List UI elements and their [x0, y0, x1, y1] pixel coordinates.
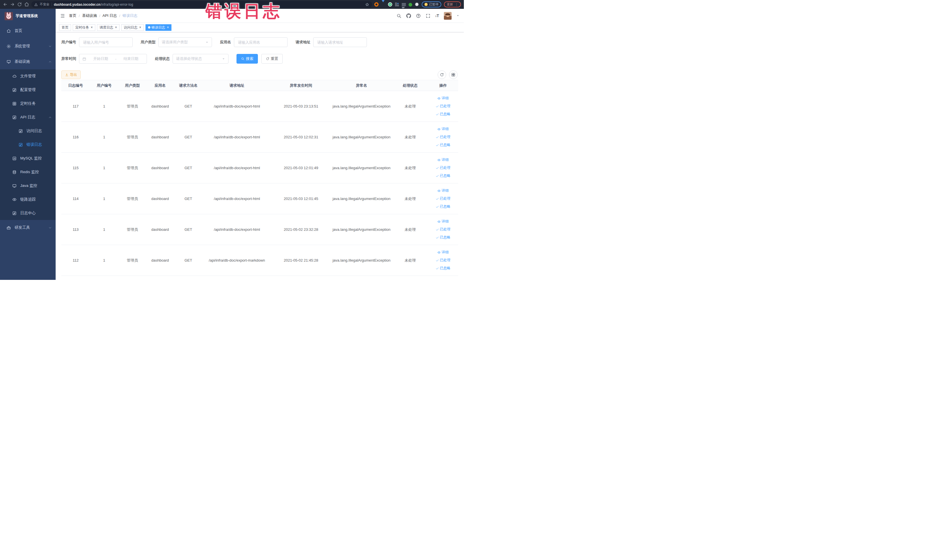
search-button[interactable]: 搜索 [237, 54, 258, 64]
action-已忽略[interactable]: 已忽略 [436, 266, 451, 271]
reset-button[interactable]: 重置 [261, 54, 283, 64]
sidebar-item-基础设施[interactable]: 基础设施 [0, 54, 56, 69]
app-name-input[interactable] [234, 37, 288, 47]
process-status-select[interactable]: 请选择处理状态 [172, 54, 229, 64]
sidebar-item-API 日志[interactable]: API 日志 [0, 110, 56, 124]
action-已处理[interactable]: 已处理 [436, 258, 451, 263]
bookmark-star-icon[interactable] [365, 3, 369, 6]
action-详细[interactable]: 详细 [437, 250, 449, 255]
profile-paused-chip[interactable]: 已暂停 [422, 2, 441, 8]
refresh-table-button[interactable] [438, 70, 446, 79]
action-已忽略[interactable]: 已忽略 [436, 112, 451, 117]
cell-app: dashboard [147, 122, 174, 153]
close-icon[interactable]: × [91, 26, 93, 29]
request-url-input[interactable] [313, 37, 367, 47]
security-label: 不安全 [40, 2, 50, 6]
column-header-用户编号: 用户编号 [90, 80, 118, 91]
sidebar-item-文件管理[interactable]: 文件管理 [0, 69, 56, 83]
action-已处理[interactable]: 已处理 [436, 104, 451, 109]
font-size-icon[interactable]: тT [435, 14, 439, 18]
extensions-puzzle-icon[interactable] [415, 2, 419, 6]
tab-调度日志[interactable]: 调度日志× [97, 24, 119, 31]
close-icon[interactable]: × [139, 26, 141, 29]
extension-shield-icon[interactable] [381, 0, 385, 7]
cell-user_id: 1 [90, 91, 118, 122]
cell-status: 未处理 [392, 122, 428, 153]
cell-method: GET [174, 214, 203, 245]
avatar[interactable] [444, 12, 452, 20]
home-nav-icon[interactable] [24, 2, 29, 7]
browser-update-button[interactable]: 更新 ⋮ [444, 2, 461, 8]
cell-app: dashboard [147, 214, 174, 245]
help-icon[interactable] [416, 14, 421, 18]
close-icon[interactable]: × [115, 26, 117, 29]
action-已处理[interactable]: 已处理 [436, 196, 451, 201]
breadcrumb-item[interactable]: 首页 [69, 13, 76, 18]
sidebar-item-Java 监控[interactable]: Java 监控 [0, 179, 56, 192]
extension-v-icon[interactable]: V [388, 2, 392, 6]
database-icon [12, 170, 17, 174]
fullscreen-icon[interactable] [426, 14, 430, 18]
cell-time: 2021-05-03 12:01:45 [271, 183, 331, 214]
sidebar-item-链路追踪[interactable]: 链路追踪 [0, 192, 56, 206]
action-已忽略[interactable]: 已忽略 [436, 204, 451, 209]
user-id-input[interactable] [79, 37, 133, 47]
sidebar-item-首页[interactable]: 首页 [0, 23, 56, 38]
timer-icon [12, 102, 17, 106]
back-icon[interactable] [3, 2, 8, 7]
tab-首页[interactable]: 首页 [59, 24, 71, 31]
reload-icon[interactable] [17, 2, 22, 7]
address-bar[interactable]: 不安全 dashboard.yudao.iocoder.cn/infra/log… [31, 1, 372, 8]
extension-switch-icon[interactable]: on [401, 2, 406, 6]
github-icon[interactable] [406, 14, 411, 18]
tab-错误日志[interactable]: 错误日志× [145, 24, 171, 31]
table-toolbar: 导出 [61, 70, 458, 79]
sidebar-item-系统管理[interactable]: 系统管理 [0, 38, 56, 54]
sidebar-item-访问日志[interactable]: 访问日志 [0, 124, 56, 138]
action-详细[interactable]: 详细 [437, 127, 449, 131]
action-已处理[interactable]: 已处理 [436, 135, 451, 139]
browser-menu-icon[interactable]: ⋮ [455, 3, 458, 6]
close-icon[interactable]: × [167, 26, 169, 29]
cell-app: dashboard [147, 91, 174, 122]
action-已忽略[interactable]: 已忽略 [436, 235, 451, 240]
sidebar-item-错误日志[interactable]: 错误日志 [0, 138, 56, 151]
cell-user_id: 1 [90, 183, 118, 214]
date-range-picker[interactable]: 开始日期 - 结束日期 [79, 54, 147, 64]
forward-icon[interactable] [10, 2, 15, 7]
app-logo[interactable]: 芋道管理系统 [0, 9, 56, 23]
sidebar-item-MySQL 监控[interactable]: MySQL 监控 [0, 151, 56, 165]
sidebar-item-日志中心[interactable]: 日志中心 [0, 206, 56, 220]
cell-url: /api/infra/db-doc/export-markdown [203, 245, 271, 276]
sidebar-toggle-icon[interactable] [60, 14, 65, 18]
action-已忽略[interactable]: 已忽略 [436, 143, 451, 148]
cell-url: /api/infra/db-doc/export-html [203, 153, 271, 183]
search-icon[interactable] [397, 14, 401, 18]
breadcrumb-separator: / [79, 14, 80, 18]
action-详细[interactable]: 详细 [437, 157, 449, 162]
breadcrumb-item[interactable]: API 日志 [102, 13, 117, 18]
tab-访问日志[interactable]: 访问日志× [121, 24, 144, 31]
action-详细[interactable]: 详细 [437, 96, 449, 101]
avatar-caret-icon[interactable] [456, 14, 459, 17]
sidebar-item-配置管理[interactable]: 配置管理 [0, 83, 56, 97]
sidebar-item-研发工具[interactable]: 研发工具 [0, 220, 56, 235]
export-button[interactable]: 导出 [61, 70, 81, 79]
breadcrumb-item[interactable]: 基础设施 [82, 13, 97, 18]
action-已忽略[interactable]: 已忽略 [436, 174, 451, 178]
tab-定时任务[interactable]: 定时任务× [73, 24, 95, 31]
eye-icon [437, 128, 441, 131]
sidebar-item-Redis 监控[interactable]: Redis 监控 [0, 165, 56, 179]
column-header-用户类型: 用户类型 [118, 80, 146, 91]
extension-donut-icon[interactable] [374, 2, 379, 6]
sidebar-item-定时任务[interactable]: 定时任务 [0, 97, 56, 110]
action-详细[interactable]: 详细 [437, 188, 449, 193]
action-详细[interactable]: 详细 [437, 219, 449, 224]
extension-sprout-icon[interactable] [409, 3, 412, 6]
action-已处理[interactable]: 已处理 [436, 227, 451, 232]
user-type-select[interactable]: 请选择用户类型 [158, 37, 212, 47]
action-已处理[interactable]: 已处理 [436, 165, 451, 170]
column-settings-button[interactable] [449, 70, 458, 79]
cell-time: 2021-05-02 21:45:28 [271, 245, 331, 276]
extension-grid-icon[interactable] [395, 2, 399, 6]
